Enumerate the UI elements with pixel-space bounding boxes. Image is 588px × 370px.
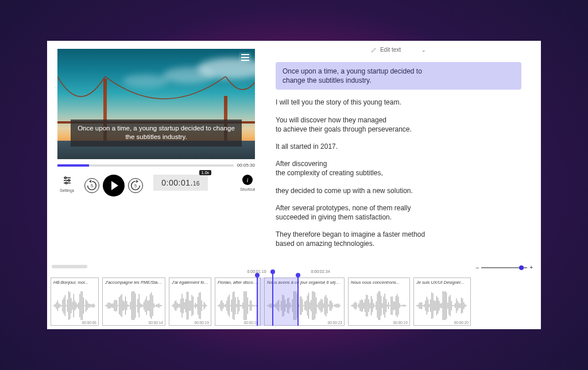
rewind-5-button[interactable]: 5 xyxy=(84,178,99,193)
timeline-clip[interactable]: Je suis UX/UI Designer...00:00:20 xyxy=(413,278,471,326)
svg-text:5: 5 xyxy=(91,183,93,188)
shortcut-button[interactable]: i Shortcut xyxy=(240,175,255,191)
settings-button[interactable]: Settings xyxy=(60,175,74,192)
play-button[interactable] xyxy=(103,175,125,196)
video-menu-icon[interactable] xyxy=(239,52,252,63)
clip-title: Florian, after discovering.. xyxy=(218,280,258,285)
player-controls: Settings 5 5 0:00:01.16 1.0x i xyxy=(57,175,255,196)
clip-title: J'ai également fondé... xyxy=(172,280,208,285)
svg-point-1 xyxy=(64,177,66,179)
clip-end-time: 00:00:19 xyxy=(393,321,408,325)
timeline-clip[interactable]: Nous nous concentrons...00:00:19 xyxy=(348,278,410,326)
clip-title: Nous nous concentrons... xyxy=(351,280,407,285)
timecode-display: 0:00:01.16 1.0x xyxy=(153,175,208,191)
transcript-segment[interactable]: Once upon a time, a young startup decide… xyxy=(276,62,521,90)
time-ruler: 0:00:01.100:00:02.34 xyxy=(47,269,541,276)
pencil-icon xyxy=(371,47,377,53)
sliders-icon xyxy=(61,175,73,186)
ruler-label: 0:00:02.34 xyxy=(311,269,330,273)
video-panel: Once upon a time, a young startup decide… xyxy=(47,41,265,266)
timeline-clip[interactable]: Florian, after discovering..00:00:24 xyxy=(215,278,261,326)
transport-controls: 5 5 xyxy=(84,175,143,196)
clip-end-time: 00:00:14 xyxy=(149,321,163,325)
transcript-segment[interactable]: After discovering the complexity of crea… xyxy=(276,159,521,178)
top-area: Once upon a time, a young startup decide… xyxy=(47,41,541,266)
clip-end-time: 00:00:20 xyxy=(454,321,469,325)
transcript-segments: Once upon a time, a young startup decide… xyxy=(276,62,521,248)
forward-5-button[interactable]: 5 xyxy=(128,178,143,193)
info-icon: i xyxy=(242,175,253,185)
clip-title: HB-Bonjour, moi... xyxy=(53,280,96,285)
timeline-clip[interactable]: J'ai également fondé...00:00:19 xyxy=(169,278,211,326)
svg-point-3 xyxy=(68,180,69,182)
transcript-segment[interactable]: they decided to come up with a new solut… xyxy=(276,186,521,195)
transcript-segment[interactable]: After several prototypes, none of them r… xyxy=(276,203,521,222)
selection-handle[interactable] xyxy=(297,275,299,326)
timeline-selection[interactable] xyxy=(257,278,297,326)
timeline-scrollbar[interactable] xyxy=(52,265,87,268)
app-window: Once upon a time, a young startup decide… xyxy=(47,41,541,329)
video-caption: Once upon a time, a young startup decide… xyxy=(71,120,242,147)
transcript-segment[interactable]: You will discover how they managed to ac… xyxy=(276,115,521,134)
clip-end-time: 00:00:23 xyxy=(328,321,342,325)
transcript-segment[interactable]: I will tell you the story of this young … xyxy=(276,98,521,107)
clip-title: Je suis UX/UI Designer... xyxy=(416,280,468,285)
transcript-segment[interactable]: It all started in 2017. xyxy=(276,142,521,151)
timeline[interactable]: – + 0:00:01.100:00:02.34 HB-Bonjour, moi… xyxy=(47,266,541,329)
clip-title: J'accompagne les PME/Startups dans... xyxy=(105,280,163,285)
svg-point-5 xyxy=(65,182,67,184)
playback-speed-badge[interactable]: 1.0x xyxy=(199,170,211,175)
video-preview[interactable]: Once upon a time, a young startup decide… xyxy=(57,49,255,159)
clip-end-time: 00:00:19 xyxy=(195,321,209,325)
duration-label: 00:05:30 xyxy=(237,163,255,168)
clip-end-time: 00:00:06 xyxy=(82,321,96,325)
edit-text-dropdown[interactable]: Edit text ⌄ xyxy=(371,47,426,53)
timeline-clip[interactable]: J'accompagne les PME/Startups dans...00:… xyxy=(102,278,165,326)
chevron-down-icon: ⌄ xyxy=(421,47,426,53)
timeline-clip[interactable]: HB-Bonjour, moi...00:00:06 xyxy=(51,278,99,326)
transcript-segment[interactable]: They therefore began to imagine a faster… xyxy=(276,230,521,248)
svg-text:5: 5 xyxy=(134,183,137,188)
transcript-panel: Edit text ⌄ Once upon a time, a young st… xyxy=(265,41,541,266)
playhead[interactable] xyxy=(272,272,273,326)
progress-bar[interactable]: 00:05:30 xyxy=(57,163,255,168)
selection-handle[interactable] xyxy=(257,275,258,326)
